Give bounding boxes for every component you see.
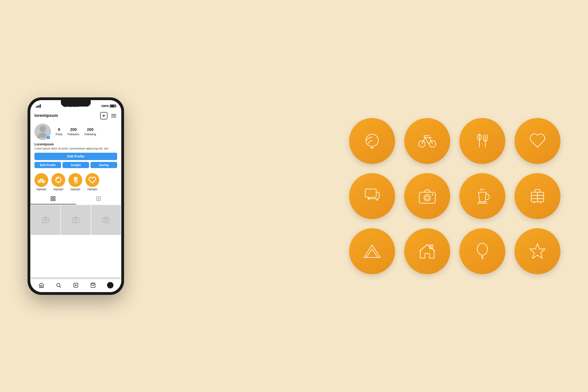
- tab-tagged[interactable]: [76, 193, 121, 204]
- stat-posts-label: Posts: [56, 133, 62, 136]
- leaf-icon-large: [362, 131, 382, 151]
- menu-button[interactable]: [110, 113, 117, 118]
- stat-followers-number: 200: [68, 128, 79, 132]
- highlight-bike-circle: [34, 173, 48, 187]
- add-post-button[interactable]: [100, 112, 108, 120]
- heart-icon-small: [88, 176, 96, 184]
- icon-utensils[interactable]: [460, 118, 505, 164]
- posts-grid: [30, 204, 121, 276]
- stat-posts: 9 Posts: [56, 128, 62, 136]
- home-icon: [38, 282, 44, 288]
- svg-line-23: [60, 286, 61, 288]
- avatar-container: +: [34, 124, 51, 140]
- highlight-utensils[interactable]: Highlight: [68, 173, 82, 190]
- highlight-bike[interactable]: Highlight: [34, 173, 48, 190]
- balloon-icon-large: [472, 241, 493, 262]
- camera-thumb-icon: [72, 216, 80, 224]
- search-icon: [56, 282, 61, 288]
- signal-indicator: [36, 104, 41, 108]
- camera-thumb-icon: [42, 216, 50, 224]
- svg-rect-8: [51, 196, 52, 198]
- icon-star[interactable]: [514, 228, 560, 274]
- bottom-nav: [30, 280, 121, 292]
- phone-wrapper: 10: 12 a.m. 100% loremipsum: [28, 97, 124, 295]
- icon-heart[interactable]: [514, 118, 560, 164]
- icon-suitcase[interactable]: [514, 173, 560, 219]
- tab-edit-profile[interactable]: Edit Profile: [34, 162, 61, 168]
- coffee-icon-large: [472, 186, 493, 206]
- utensils-icon-large: [472, 131, 493, 151]
- nav-home[interactable]: [38, 282, 44, 288]
- svg-rect-11: [54, 199, 55, 201]
- utensils-icon-small: [72, 176, 79, 184]
- highlight-heart[interactable]: Highlight: [86, 173, 99, 190]
- camera-thumb-icon: [102, 216, 110, 224]
- leaf-icon-small: [54, 176, 62, 184]
- tab-saving[interactable]: Saving: [90, 162, 117, 168]
- svg-point-21: [105, 219, 107, 222]
- nav-profile-avatar: [107, 282, 114, 288]
- post-thumb-1[interactable]: [31, 205, 60, 235]
- camera-icon-large: [417, 186, 438, 206]
- highlight-heart-circle: [86, 173, 99, 187]
- avatar-add-button[interactable]: +: [46, 135, 50, 140]
- icon-leaf[interactable]: [349, 118, 395, 164]
- content-tabs: [30, 193, 121, 204]
- heart-icon-large: [527, 131, 548, 151]
- shop-icon: [90, 282, 96, 288]
- stat-following-label: Following: [84, 133, 96, 136]
- svg-marker-52: [530, 244, 545, 258]
- svg-point-50: [477, 243, 488, 255]
- icon-house[interactable]: [404, 228, 450, 274]
- hamburger-line: [111, 117, 116, 117]
- hamburger-line: [111, 114, 116, 114]
- profile-name: Loremipsum: [34, 142, 117, 146]
- app-username: loremipsum: [34, 113, 58, 118]
- svg-rect-10: [51, 199, 52, 201]
- icon-tent[interactable]: [349, 228, 395, 274]
- stat-following: 200 Following: [84, 128, 96, 136]
- post-thumb-2[interactable]: [61, 205, 90, 235]
- highlight-leaf[interactable]: Highlight: [52, 173, 65, 190]
- hamburger-line: [111, 116, 116, 116]
- page-container: 10: 12 a.m. 100% loremipsum: [0, 0, 588, 392]
- highlights-row: Highlight Highlight: [30, 170, 121, 193]
- profile-row: + 9 Posts 200 Followers: [34, 124, 117, 140]
- bike-icon-small: [38, 176, 45, 184]
- icon-bike[interactable]: [404, 118, 450, 164]
- profile-section: + 9 Posts 200 Followers: [30, 121, 121, 170]
- highlight-leaf-circle: [52, 173, 65, 187]
- icon-coffee[interactable]: [460, 173, 505, 219]
- add-icon: [73, 282, 78, 288]
- icon-balloon[interactable]: [460, 228, 505, 274]
- svg-point-13: [98, 198, 99, 199]
- nav-add[interactable]: [72, 282, 79, 288]
- avatar-head: [40, 126, 46, 132]
- svg-rect-35: [419, 192, 435, 203]
- post-thumb-3[interactable]: [91, 205, 121, 235]
- grid-icon: [50, 196, 56, 201]
- tab-insight[interactable]: Insight: [62, 162, 89, 168]
- phone-frame: 10: 12 a.m. 100% loremipsum: [28, 97, 124, 295]
- nav-profile[interactable]: [107, 282, 114, 288]
- svg-rect-18: [72, 218, 79, 223]
- edit-profile-button[interactable]: Edit Profile: [34, 153, 117, 160]
- profile-bio: Lorem ipsum dolor sit amet, consectetuer…: [34, 147, 117, 151]
- battery-fill: [110, 105, 114, 107]
- icon-chat[interactable]: [349, 173, 395, 219]
- highlight-bike-label: Highlight: [36, 188, 46, 190]
- svg-point-38: [432, 194, 433, 195]
- nav-shop[interactable]: [90, 282, 96, 288]
- tab-grid[interactable]: [30, 193, 76, 204]
- battery-percent: 100%: [101, 104, 109, 108]
- tag-icon: [96, 196, 101, 201]
- svg-point-19: [75, 219, 77, 222]
- stat-following-number: 200: [84, 128, 96, 132]
- nav-search[interactable]: [55, 282, 62, 288]
- highlight-heart-label: Highlight: [88, 188, 98, 190]
- highlight-utensils-circle: [68, 173, 82, 187]
- battery-icon: [110, 104, 116, 108]
- signal-bar-1: [36, 106, 37, 108]
- icon-camera[interactable]: [404, 173, 450, 219]
- phone-notch: [61, 100, 91, 106]
